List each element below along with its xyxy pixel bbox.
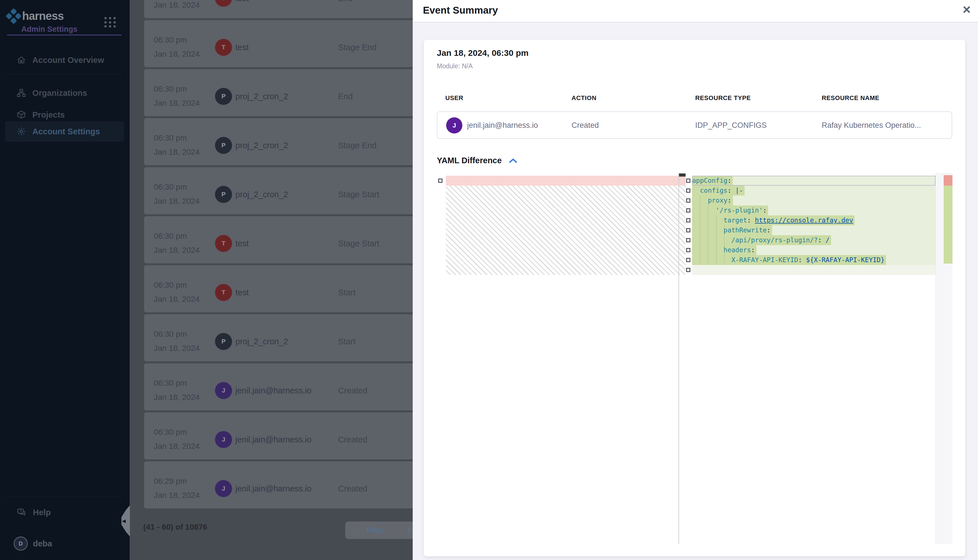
event-date: Jan 18, 2024 (154, 50, 200, 59)
target-url-link[interactable]: https://console.rafay.dev (755, 217, 853, 224)
diff-line-marker-icon[interactable] (686, 268, 690, 272)
ruler-deleted-mark (944, 175, 953, 186)
diff-line-marker-icon[interactable] (686, 228, 690, 232)
diff-line-marker-icon[interactable] (686, 238, 690, 242)
user-avatar: D (13, 537, 28, 551)
indent-guide (724, 225, 724, 265)
diff-pane-divider[interactable] (679, 173, 679, 544)
event-module: Module: N/A (437, 62, 473, 70)
user-name: deba (33, 539, 52, 548)
indent-guide (716, 215, 717, 265)
row-name: test (236, 0, 249, 3)
diff-line-marker-icon[interactable] (686, 198, 690, 203)
row-name: proj_2_cron_2 (236, 92, 288, 101)
gear-icon (17, 127, 26, 136)
diff-line-marker-icon[interactable] (686, 188, 690, 193)
left-scrollbar-thumb[interactable] (679, 173, 685, 177)
row-avatar: T (215, 284, 232, 301)
event-date: Jan 18, 2024 (154, 491, 200, 500)
row-action: End (338, 0, 353, 3)
column-header-resource-name: RESOURCE NAME (822, 94, 879, 102)
pagination-range: (41 - 60) of 10876 (143, 523, 207, 532)
sidebar-divider (7, 74, 122, 75)
collapse-arrow-icon: ◀ (122, 518, 125, 524)
row-name: proj_2_cron_2 (236, 141, 288, 150)
row-avatar: T (215, 0, 232, 7)
yaml-difference-toggle[interactable]: YAML Difference (437, 156, 517, 165)
event-date: Jan 18, 2024 (154, 295, 200, 304)
yaml-inserted-line: headers: (692, 245, 935, 255)
row-action: End (338, 92, 353, 101)
event-time: 06:30 pm (154, 378, 187, 388)
indent-guide (708, 205, 708, 265)
diff-line-marker-icon[interactable] (686, 178, 690, 183)
prev-page-button[interactable]: ← Prev (356, 526, 383, 535)
sidebar-item-label: Organizations (32, 88, 87, 98)
event-summary-card: Jan 18, 2024, 06:30 pm Module: N/A USER … (424, 40, 965, 556)
sidebar-item-help[interactable]: ? Help (5, 502, 124, 523)
event-time: 06:30 pm (154, 133, 187, 143)
event-time: 06:29 pm (154, 477, 187, 486)
row-avatar: J (215, 382, 232, 399)
row-action: Created (338, 435, 367, 444)
sidebar-item-organizations[interactable]: Organizations (5, 83, 124, 103)
row-action: Created (338, 484, 367, 493)
indent-guide (700, 195, 700, 265)
event-time: 06:30 pm (154, 183, 187, 192)
sidebar-item-account-settings[interactable]: Account Settings (5, 121, 124, 142)
event-datetime: Jan 18, 2024, 06:30 pm (437, 48, 529, 58)
sidebar-item-account-overview[interactable]: Account Overview (5, 50, 124, 70)
sidebar-item-label: Account Overview (32, 55, 104, 65)
column-header-user: USER (445, 94, 463, 102)
help-label: Help (33, 508, 51, 517)
row-name: test (236, 239, 249, 248)
row-name: test (236, 43, 249, 52)
event-date: Jan 18, 2024 (154, 393, 200, 402)
page-1-button[interactable]: 1 (407, 526, 411, 535)
event-date: Jan 18, 2024 (154, 148, 200, 157)
app-grid-icon[interactable] (104, 17, 116, 28)
right-scrollbar-track[interactable] (935, 173, 944, 544)
yaml-difference-label: YAML Difference (437, 156, 502, 165)
row-name: jenil.jain@harness.io (236, 484, 311, 493)
diff-line-marker-icon[interactable] (438, 178, 443, 183)
event-time: 06:30 pm (154, 330, 187, 339)
row-name: jenil.jain@harness.io (236, 386, 311, 395)
event-time: 06:30 pm (154, 428, 187, 437)
row-avatar: J (215, 480, 232, 497)
home-icon (17, 55, 26, 65)
event-time: 06:30 pm (154, 85, 187, 93)
harness-logo-text: harness (22, 10, 64, 22)
diff-line-marker-icon[interactable] (686, 218, 690, 222)
projects-icon (17, 110, 26, 120)
yaml-inserted-line: pathRewrite: (692, 225, 935, 235)
event-date: Jan 18, 2024 (154, 0, 200, 10)
event-date: Jan 18, 2024 (154, 246, 200, 255)
chevron-up-icon[interactable] (509, 158, 517, 163)
row-name: test (236, 288, 249, 297)
yaml-inserted-line: X-RAFAY-API-KEYID: ${X-RAFAY-API-KEYID} (692, 255, 935, 265)
drawer-header: Event Summary × (413, 0, 978, 22)
diff-line-marker-icon[interactable] (686, 248, 690, 252)
row-avatar: P (215, 333, 232, 350)
close-icon[interactable]: × (963, 1, 971, 18)
cell-resource-type: IDP_APP_CONFIGS (695, 121, 767, 130)
sidebar-item-label: Projects (32, 110, 65, 120)
sidebar-user[interactable]: D deba (5, 535, 124, 553)
cell-user: jenil.jain@harness.io (467, 121, 538, 130)
module-underline (7, 35, 122, 35)
cell-resource-name: Rafay Kubernetes Operatio... (822, 121, 921, 130)
event-time: 06:30 pm (154, 232, 187, 241)
yaml-inserted-line: '/rs-plugin': (692, 205, 935, 215)
column-header-resource-type: RESOURCE TYPE (695, 94, 751, 102)
harness-logo-icon (6, 8, 22, 24)
row-action: Stage End (338, 141, 376, 150)
row-avatar: T (215, 235, 232, 252)
row-action: Created (338, 386, 367, 395)
row-name: jenil.jain@harness.io (236, 435, 311, 444)
event-summary-drawer: Event Summary × Jan 18, 2024, 06:30 pm M… (413, 0, 978, 560)
yaml-inserted-line: target: https://console.rafay.dev (692, 215, 935, 225)
diff-line-marker-icon[interactable] (686, 258, 690, 262)
row-action: Stage End (338, 43, 376, 52)
diff-line-marker-icon[interactable] (686, 208, 690, 213)
